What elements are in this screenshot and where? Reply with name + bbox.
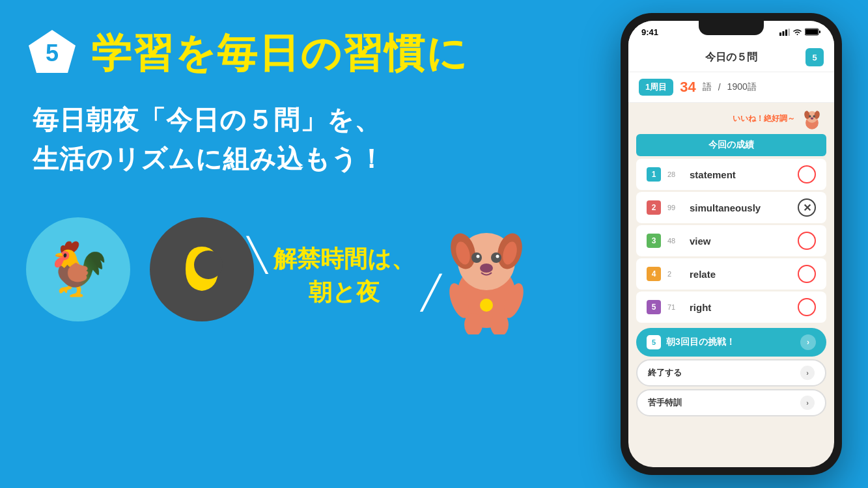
slash-left-decor: ╲ [247,236,267,274]
subtitle-line1: 毎日朝夜「今日の５問」を、 [33,100,560,139]
subtitle-line2: 生活のリズムに組み込もう！ [33,139,560,178]
result-id-3: 48 [667,237,683,245]
app-header: 今日の５問 5 [628,43,834,72]
challenge-chevron-icon: › [800,334,816,350]
weak-chevron-icon: › [800,396,815,410]
svg-point-12 [496,255,499,258]
moon-circle [150,217,254,321]
result-num-1: 1 [647,167,661,182]
svg-point-9 [471,252,482,263]
subtitle-block: 毎日朝夜「今日の５問」を、 生活のリズムに組み込もう！ [33,100,560,178]
end-button-label: 終了する [648,367,682,379]
result-mark-2: ✕ [798,198,816,217]
rooster-circle: 🐓 [26,217,130,321]
results-header: 今回の成績 [636,134,826,156]
dog-mascot [434,204,539,321]
results-list: 1 28 statement 2 99 simultaneously ✕ 3 4… [628,159,834,323]
unlock-text-block: ╲ 解禁時間は、 朝と夜 ╱ [273,243,415,308]
result-num-5: 5 [647,300,661,314]
result-mark-1 [798,165,816,183]
svg-text:5: 5 [46,40,59,66]
svg-point-13 [480,264,493,273]
phone-screen: 9:41 [628,21,834,467]
weak-practice-button[interactable]: 苦手特訓 › [636,389,826,416]
svg-point-32 [811,117,814,120]
streak-count: 34 [680,79,695,96]
main-title: 学習を毎日の習慣に [91,26,468,81]
praise-area: いいね！絶好調～ [628,103,834,131]
svg-point-11 [477,255,480,258]
phone-notch [699,21,764,35]
result-word-3: view [690,236,791,247]
status-icons [779,28,821,36]
app-header-title: 今日の５問 [657,51,805,64]
svg-rect-19 [779,33,781,36]
svg-point-2 [194,251,223,279]
challenge-label: 朝3回目の挑戦！ [666,336,735,348]
weak-button-label: 苦手特訓 [648,397,682,409]
result-row-3: 3 48 view [636,225,826,256]
result-row-5: 5 71 right [636,291,826,323]
result-id-4: 2 [667,270,683,278]
unlock-text-line2: 朝と夜 [309,276,380,308]
challenge-badge: 5 [647,335,661,349]
streak-separator: / [718,82,721,92]
status-time: 9:41 [641,27,658,37]
rooster-emoji: 🐓 [46,239,111,300]
pentagon-badge: 5 [26,27,78,79]
phone-frame: 9:41 [621,13,842,475]
bottom-row: 🐓 ╲ 解禁時間は、 朝と夜 ╱ [26,204,560,321]
praise-text: いいね！絶好調～ [733,113,795,124]
streak-bar: 1周目 34 語 / 1900語 [628,72,834,103]
result-num-3: 3 [647,234,661,248]
streak-total: 1900語 [727,81,757,93]
svg-rect-20 [783,31,785,36]
signal-icon [779,29,790,36]
small-dog-icon [800,107,824,130]
result-num-2: 2 [647,200,661,215]
svg-rect-22 [789,29,791,36]
streak-word: 語 [703,81,712,93]
challenge-button[interactable]: 5 朝3回目の挑戦！ › [636,328,826,357]
result-word-1: statement [690,169,791,180]
moon-icon [173,240,231,299]
result-row-2: 2 99 simultaneously ✕ [636,192,826,223]
left-section: 5 学習を毎日の習慣に 毎日朝夜「今日の５問」を、 生活のリズムに組み込もう！ … [26,26,560,321]
result-num-4: 4 [647,267,661,281]
result-id-1: 28 [667,170,683,178]
wifi-icon [792,29,802,36]
result-mark-4 [798,265,816,283]
dog-mascot-svg [434,204,539,334]
result-word-5: right [690,302,791,313]
result-id-2: 99 [667,204,683,211]
svg-point-30 [809,115,811,118]
result-word-2: simultaneously [690,202,791,213]
svg-point-31 [813,115,815,118]
title-row: 5 学習を毎日の習慣に [26,26,560,81]
result-mark-5 [798,298,816,316]
svg-rect-21 [785,29,787,36]
result-id-5: 71 [667,303,683,311]
svg-rect-24 [805,29,818,34]
result-row-4: 4 2 relate [636,258,826,290]
svg-point-10 [491,252,501,263]
svg-point-18 [480,299,493,312]
end-button[interactable]: 終了する › [636,359,826,386]
result-mark-3 [798,232,816,250]
phone-wrapper: 9:41 [621,13,842,475]
header-badge: 5 [805,48,824,66]
streak-label: 1周目 [639,79,673,96]
svg-rect-25 [819,31,820,33]
end-chevron-icon: › [800,366,815,380]
challenge-btn-left: 5 朝3回目の挑戦！ [647,335,735,349]
battery-icon [805,28,821,36]
result-word-4: relate [690,269,791,280]
result-row-1: 1 28 statement [636,159,826,190]
unlock-text-line1: 解禁時間は、 [273,243,415,275]
